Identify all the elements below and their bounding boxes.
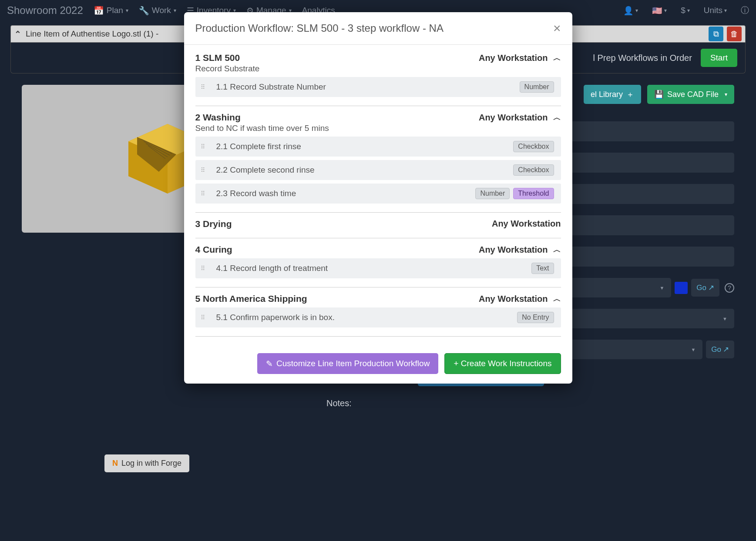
substep-text: 2.2 Complete second rinse [216, 165, 315, 175]
workstation-label: Any Workstation [479, 245, 548, 255]
modal-close-button[interactable]: × [553, 21, 561, 36]
forge-icon: N [112, 459, 118, 468]
production-workflow-modal: Production Workflow: SLM 500 - 3 step wo… [184, 12, 572, 384]
substep-text: 2.1 Complete first rinse [216, 142, 301, 151]
modal-body: 1 SLM 500Record SubstrateAny Workstation… [184, 45, 572, 347]
workflow-step: 2 WashingSend to NC if wash time over 5 … [195, 112, 561, 204]
step-title: 3 Drying [195, 219, 232, 229]
workstation-label: Any Workstation [479, 294, 548, 304]
substep-tag: Number [520, 81, 554, 93]
substep-text: 2.3 Record wash time [216, 189, 296, 198]
workstation-label: Any Workstation [479, 53, 548, 63]
step-title: 1 SLM 500 [195, 53, 260, 63]
workflow-step: 3 DryingAny Workstation [195, 219, 561, 229]
chevron-up-icon[interactable]: ︿ [553, 53, 561, 63]
forge-login-button[interactable]: N Log in with Forge [104, 454, 189, 472]
workflow-substep[interactable]: 2.3 Record wash timeNumberThreshold [195, 184, 561, 204]
substep-tag: Checkbox [513, 164, 554, 176]
substep-tag: Number [475, 188, 510, 199]
substep-tag: Threshold [513, 188, 554, 199]
chevron-up-icon[interactable]: ︿ [553, 294, 561, 304]
workflow-substep[interactable]: 5.1 Confirm paperwork is in box.No Entry [195, 307, 561, 327]
workstation-label: Any Workstation [479, 113, 548, 123]
workflow-step: 5 North America ShippingAny Workstation︿… [195, 294, 561, 327]
substep-text: 1.1 Record Substrate Number [216, 82, 326, 92]
step-subtitle: Record Substrate [195, 64, 260, 73]
step-title: 5 North America Shipping [195, 294, 307, 304]
workflow-substep[interactable]: 1.1 Record Substrate NumberNumber [195, 77, 561, 97]
chevron-up-icon[interactable]: ︿ [553, 244, 561, 255]
chevron-up-icon[interactable]: ︿ [553, 112, 561, 123]
workstation-label: Any Workstation [492, 219, 561, 229]
pencil-icon: ✎ [266, 359, 273, 369]
create-work-instructions-button[interactable]: + Create Work Instructions [444, 353, 561, 374]
substep-tag: Checkbox [513, 141, 554, 152]
substep-text: 5.1 Confirm paperwork is in box. [216, 313, 335, 322]
step-title: 4 Curing [195, 244, 232, 255]
step-subtitle: Send to NC if wash time over 5 mins [195, 124, 329, 133]
step-title: 2 Washing [195, 112, 329, 123]
substep-tag: No Entry [517, 312, 554, 323]
workflow-substep[interactable]: 4.1 Record length of treatmentText [195, 258, 561, 278]
substep-text: 4.1 Record length of treatment [216, 264, 328, 273]
substep-tag: Text [531, 263, 554, 274]
modal-title: Production Workflow: SLM 500 - 3 step wo… [195, 22, 444, 34]
modal-footer: ✎Customize Line Item Production Workflow… [184, 347, 572, 384]
workflow-substep[interactable]: 2.1 Complete first rinseCheckbox [195, 137, 561, 157]
workflow-substep[interactable]: 2.2 Complete second rinseCheckbox [195, 160, 561, 180]
modal-header: Production Workflow: SLM 500 - 3 step wo… [184, 12, 572, 45]
workflow-step: 4 CuringAny Workstation︿4.1 Record lengt… [195, 244, 561, 278]
workflow-step: 1 SLM 500Record SubstrateAny Workstation… [195, 53, 561, 97]
customize-workflow-button[interactable]: ✎Customize Line Item Production Workflow [257, 353, 438, 374]
